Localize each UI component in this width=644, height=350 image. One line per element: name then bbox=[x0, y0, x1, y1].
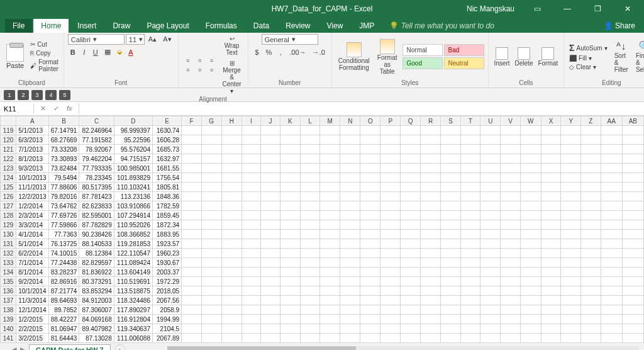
cell[interactable] bbox=[541, 220, 561, 230]
cell[interactable] bbox=[520, 334, 541, 343]
cell[interactable] bbox=[261, 334, 280, 343]
cell[interactable] bbox=[441, 324, 461, 334]
qat-4[interactable]: 4 bbox=[45, 90, 57, 100]
row-header[interactable]: 137 bbox=[1, 296, 16, 305]
align-left[interactable]: ≡ bbox=[182, 65, 194, 74]
cell[interactable]: 7/1/2013 bbox=[16, 145, 49, 154]
scroll-thumb[interactable] bbox=[167, 346, 356, 351]
cell[interactable] bbox=[182, 239, 202, 249]
cell[interactable] bbox=[480, 211, 501, 220]
cell[interactable] bbox=[340, 334, 360, 343]
cell[interactable] bbox=[360, 173, 380, 183]
cell[interactable] bbox=[520, 164, 541, 173]
cell[interactable] bbox=[221, 277, 242, 286]
cell[interactable] bbox=[242, 249, 260, 258]
cell[interactable] bbox=[441, 211, 461, 220]
cell[interactable]: 89.407982 bbox=[79, 324, 114, 334]
cell[interactable] bbox=[501, 305, 521, 315]
cell[interactable]: 1/2/2014 bbox=[16, 201, 49, 211]
cell[interactable] bbox=[182, 296, 202, 305]
cell[interactable]: 1681.55 bbox=[152, 164, 181, 173]
row-header[interactable]: 126 bbox=[1, 192, 16, 201]
cell[interactable] bbox=[520, 183, 541, 192]
cell[interactable]: 76.13725 bbox=[48, 239, 79, 249]
tab-insert[interactable]: Insert bbox=[70, 19, 104, 33]
cell[interactable] bbox=[561, 296, 581, 305]
cell[interactable] bbox=[421, 192, 441, 201]
cell[interactable] bbox=[261, 268, 280, 277]
cell[interactable] bbox=[320, 249, 340, 258]
cell[interactable] bbox=[561, 173, 581, 183]
cell[interactable] bbox=[201, 249, 221, 258]
cell[interactable]: 82.86916 bbox=[48, 277, 79, 286]
cell[interactable] bbox=[261, 277, 280, 286]
cell[interactable] bbox=[401, 173, 421, 183]
cell[interactable] bbox=[501, 183, 521, 192]
cell[interactable]: 95.576204 bbox=[114, 145, 152, 154]
cell[interactable]: 82.829597 bbox=[79, 258, 114, 268]
cell[interactable] bbox=[501, 334, 521, 343]
cell[interactable]: 5/1/2013 bbox=[16, 126, 49, 135]
cell[interactable] bbox=[561, 192, 581, 201]
cell[interactable] bbox=[622, 126, 643, 135]
cell[interactable]: 110.103241 bbox=[114, 183, 152, 192]
find-select-button[interactable]: 🔍Find & Select bbox=[634, 39, 644, 74]
cell[interactable] bbox=[601, 239, 622, 249]
cell[interactable]: 107.294914 bbox=[114, 211, 152, 220]
cell[interactable] bbox=[201, 315, 221, 324]
cell[interactable] bbox=[320, 296, 340, 305]
cell[interactable] bbox=[320, 334, 340, 343]
decrease-font-button[interactable]: A▾ bbox=[160, 34, 174, 45]
tab-data[interactable]: Data bbox=[246, 19, 277, 33]
cell[interactable] bbox=[221, 183, 242, 192]
cell[interactable] bbox=[581, 211, 601, 220]
cell[interactable] bbox=[622, 305, 643, 315]
cell[interactable] bbox=[221, 315, 242, 324]
percent-button[interactable]: % bbox=[264, 47, 275, 57]
cell[interactable]: 89.7852 bbox=[48, 305, 79, 315]
cell[interactable] bbox=[541, 173, 561, 183]
col-header[interactable]: Z bbox=[581, 116, 601, 126]
cell[interactable] bbox=[221, 145, 242, 154]
cell[interactable] bbox=[182, 192, 202, 201]
cell[interactable] bbox=[261, 296, 280, 305]
cell[interactable] bbox=[501, 164, 521, 173]
cell[interactable]: 80.517395 bbox=[79, 183, 114, 192]
cell[interactable]: 1630.74 bbox=[152, 126, 181, 135]
cell[interactable]: 3/2/2015 bbox=[16, 334, 49, 343]
cell[interactable]: 2/2/2015 bbox=[16, 324, 49, 334]
cell[interactable] bbox=[300, 220, 319, 230]
cell[interactable] bbox=[561, 268, 581, 277]
cell[interactable] bbox=[300, 154, 319, 164]
cell[interactable] bbox=[460, 164, 480, 173]
cell[interactable] bbox=[280, 230, 301, 239]
cell[interactable] bbox=[242, 324, 260, 334]
cell[interactable]: 11/3/2014 bbox=[16, 296, 49, 305]
cell[interactable] bbox=[441, 173, 461, 183]
cell[interactable] bbox=[280, 249, 301, 258]
cell[interactable] bbox=[501, 249, 521, 258]
cell[interactable] bbox=[441, 135, 461, 145]
font-color-button[interactable]: A bbox=[126, 47, 136, 57]
cell[interactable]: 1632.97 bbox=[152, 154, 181, 164]
cell[interactable] bbox=[401, 239, 421, 249]
cell[interactable]: 1883.95 bbox=[152, 230, 181, 239]
cell[interactable] bbox=[622, 164, 643, 173]
cell[interactable] bbox=[561, 183, 581, 192]
cell[interactable] bbox=[561, 239, 581, 249]
cell[interactable] bbox=[622, 201, 643, 211]
col-header[interactable]: Y bbox=[561, 116, 581, 126]
comma-button[interactable]: , bbox=[275, 47, 286, 57]
cell[interactable]: 9/3/2013 bbox=[16, 164, 49, 173]
cell[interactable] bbox=[221, 192, 242, 201]
cell[interactable] bbox=[601, 220, 622, 230]
cell[interactable] bbox=[360, 334, 380, 343]
cell[interactable] bbox=[380, 239, 401, 249]
cell[interactable] bbox=[401, 230, 421, 239]
cell[interactable]: 7/1/2014 bbox=[16, 258, 49, 268]
cell[interactable] bbox=[380, 145, 401, 154]
cell[interactable] bbox=[380, 211, 401, 220]
row-header[interactable]: 141 bbox=[1, 334, 16, 343]
cell[interactable] bbox=[201, 277, 221, 286]
cell[interactable] bbox=[280, 258, 301, 268]
